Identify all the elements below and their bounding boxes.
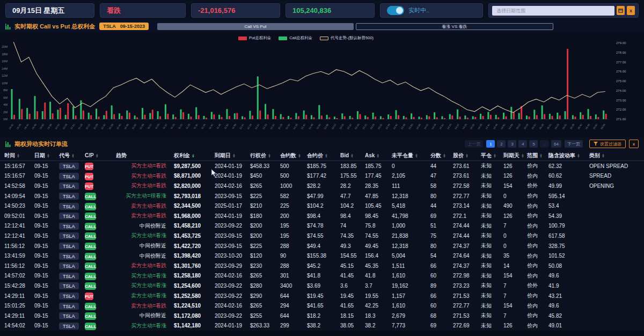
sort-icon[interactable]: ▲▼ [192,154,195,158]
column-header-range[interactable]: 范围▲▼ [527,152,548,159]
table-row[interactable]: 11:56:1209-15TSLACALL卖方主动=看跌$1,301,76020… [0,261,644,271]
column-header-score[interactable]: 分数▲▼ [430,152,453,159]
column-header-date[interactable]: 日期▲▼ [34,152,59,159]
clear-date-range-button[interactable]: x [627,6,635,15]
ticker-date-badge[interactable]: TSLA 09-15-2023 [99,23,149,30]
table-row[interactable]: 14:29:1109-15TSLAPUT卖方主动=看涨$1,252,580202… [0,291,644,301]
table-row[interactable]: 15:16:5709-15TSLAPUT买方主动=看跌$9,287,500202… [0,161,644,171]
sort-icon[interactable]: ▲▼ [47,154,50,158]
table-row[interactable]: 14:54:0209-15TSLACALL买方主动=看涨$1,142,18020… [0,321,644,331]
symbol-badge[interactable]: TSLA [59,193,79,200]
symbol-badge[interactable]: TSLA [59,293,79,300]
cell-price: $74.55 [307,233,340,239]
sort-icon[interactable]: ▲▼ [268,154,271,158]
cell-symbol: TSLA [59,293,85,299]
sort-icon[interactable]: ▲▼ [350,154,354,158]
table-row[interactable]: 14:09:5409-15TSLACALL买方主动=很看涨$2,793,0182… [0,191,644,201]
column-header-price[interactable]: 合约价▲▼ [307,152,340,159]
table-row[interactable]: 12:12:4109-15TSLACALL中间价附近$1,458,2102023… [0,221,644,231]
table-row[interactable]: 11:56:1209-15TSLACALL中间价附近$1,422,7202023… [0,241,644,251]
sort-icon[interactable]: ▲▼ [602,154,605,158]
sort-icon[interactable]: ▲▼ [376,154,379,158]
realtime-toggle[interactable] [387,6,404,15]
page-button-2[interactable]: 2 [497,140,506,148]
cell-stock_price: 272.58 [453,183,481,189]
sort-icon[interactable]: ▲▼ [493,154,496,158]
set-filter-button[interactable]: 设置过滤器 [589,140,626,148]
symbol-badge[interactable]: TSLA [59,253,79,260]
symbol-badge[interactable]: TSLA [59,213,79,220]
sort-icon[interactable]: ▲▼ [577,154,580,158]
symbol-badge[interactable]: TSLA [59,203,79,210]
symbol-badge[interactable]: TSLA [59,303,79,310]
legend-ticker-line[interactable]: 代号走势-(默认标普500) [320,35,374,41]
sort-icon[interactable]: ▲▼ [539,154,543,158]
symbol-badge[interactable]: TSLA [59,262,79,269]
tab-call-vs-put[interactable]: Call VS Put [157,23,354,30]
table-row[interactable]: 15:16:5709-15TSLAPUT买方主动=看跌$8,871,000202… [0,171,644,181]
column-header-cp[interactable]: C/P▲▼ [85,152,116,158]
sort-icon[interactable]: ▲▼ [521,154,524,158]
column-header-close[interactable]: 平仓▲▼ [481,152,503,159]
symbol-badge[interactable]: TSLA [59,182,79,189]
cell-ask: 38.2 [365,323,392,328]
page-button-3[interactable]: 3 [508,140,516,148]
symbol-badge[interactable]: TSLA [59,223,79,230]
next-page-button[interactable]: 下一页 [565,140,583,148]
legend-put[interactable]: Put总权利金 [238,35,271,41]
cell-strike: $255 [250,313,280,319]
close-filter-button[interactable]: x [629,140,639,148]
table-row[interactable]: 14:50:2309-15TSLACALL卖方主动=看跌$2,344,50020… [0,201,644,211]
column-header-iv[interactable]: 隐含波动率▲▼ [548,152,589,159]
calendar-button[interactable] [617,6,625,15]
column-header-dte[interactable]: 到期天▲▼ [503,152,527,159]
column-header-bid[interactable]: Bid▲▼ [340,152,365,158]
date-range-input[interactable] [492,6,614,16]
table-row[interactable]: 15:01:2509-15TSLACALL卖方主动=看跌$1,224,51020… [0,301,644,311]
table-row[interactable]: 14:57:0209-15TSLACALL买方主动=看涨$1,258,18020… [0,271,644,281]
symbol-badge[interactable]: TSLA [59,273,79,280]
page-ellipsis-button[interactable]: ... [540,140,549,148]
page-button-5[interactable]: 5 [529,140,538,148]
symbol-badge[interactable]: TSLA [59,173,79,180]
column-header-time[interactable]: 时间▲▼ [4,152,34,159]
column-header-strike[interactable]: 行权价▲▼ [250,152,280,159]
sort-icon[interactable]: ▲▼ [232,154,236,158]
page-button-1[interactable]: 1 [486,140,495,148]
page-button-4[interactable]: 4 [518,140,527,148]
page-button-64[interactable]: 64 [551,140,561,148]
sort-icon[interactable]: ▲▼ [17,154,20,158]
column-header-category[interactable]: 类别▲▼ [589,152,640,159]
tab-bull-vs-bear[interactable]: 看涨 VS 看跌 [356,23,553,30]
sort-icon[interactable]: ▲▼ [298,154,301,158]
sort-icon[interactable]: ▲▼ [465,154,469,158]
table-row[interactable]: 14:52:5809-15TSLAPUT买方主动=看跌$2,820,000202… [0,181,644,191]
column-header-open_interest[interactable]: 未平仓量▲▼ [392,152,430,159]
symbol-badge[interactable]: TSLA [59,282,79,289]
sort-icon[interactable]: ▲▼ [96,154,99,158]
top-status-bar: 09月15日 星期五 看跌 -21,016,576 105,240,836 实时… [0,0,644,20]
table-row[interactable]: 13:41:5909-15TSLACALL中间价附近$1,398,4202023… [0,251,644,261]
symbol-badge[interactable]: TSLA [59,232,79,239]
table-row[interactable]: 09:52:0109-15TSLACALL卖方主动=看跌$1,968,00020… [0,211,644,221]
sort-icon[interactable]: ▲▼ [443,154,446,158]
symbol-badge[interactable]: TSLA [59,323,79,330]
column-header-stock_price[interactable]: 股价▲▼ [453,152,481,159]
svg-text:2M: 2M [3,111,8,114]
legend-call[interactable]: Call总权利金 [279,35,312,41]
sort-icon[interactable]: ▲▼ [325,154,328,158]
column-header-symbol[interactable]: 代号▲▼ [59,152,85,159]
column-header-expiry[interactable]: 到期日▲▼ [215,152,250,159]
table-row[interactable]: 14:29:1109-15TSLACALL中间价附近$1,172,0802023… [0,311,644,321]
symbol-badge[interactable]: TSLA [59,163,79,170]
prev-page-button[interactable]: 上一页 [465,140,483,148]
table-row[interactable]: 12:12:4109-15TSLACALL买方主动=看涨$1,453,72520… [0,231,644,241]
sort-icon[interactable]: ▲▼ [71,154,75,158]
symbol-badge[interactable]: TSLA [59,312,79,319]
table-row[interactable]: 15:42:2809-15TSLACALL买方主动=看涨$1,254,60020… [0,281,644,291]
symbol-badge[interactable]: TSLA [59,243,79,250]
column-header-premium[interactable]: 权利金▲▼ [174,152,215,159]
sort-icon[interactable]: ▲▼ [415,154,418,158]
column-header-ask[interactable]: Ask▲▼ [365,152,392,158]
column-header-contracts[interactable]: 合约数▲▼ [280,152,307,159]
